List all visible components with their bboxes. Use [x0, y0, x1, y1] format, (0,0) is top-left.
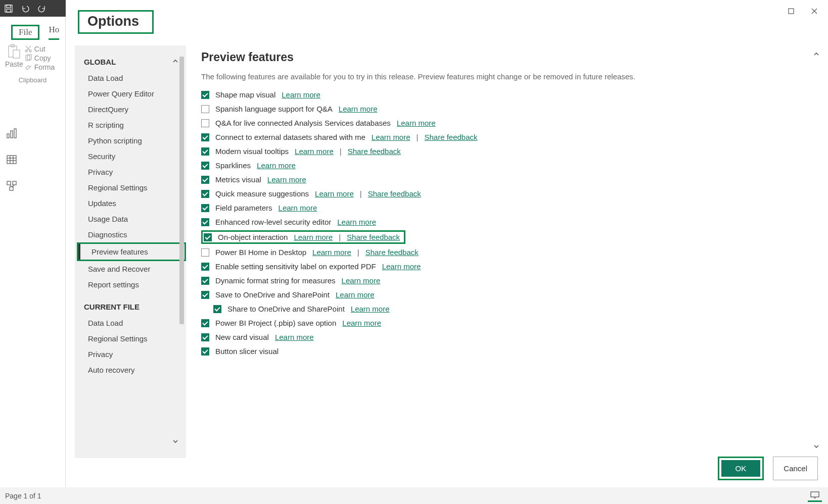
chevron-down-icon[interactable]	[172, 438, 182, 448]
learn-more-link[interactable]: Learn more	[372, 133, 410, 141]
feature-row-power-bi-project-pbip-save-option: Power BI Project (.pbip) save optionLear…	[201, 317, 816, 329]
sidebar-item-python-scripting[interactable]: Python scripting	[75, 133, 186, 148]
feature-checkbox[interactable]	[201, 190, 209, 198]
sidebar-item-data-load[interactable]: Data Load	[75, 315, 186, 331]
sidebar-item-directquery[interactable]: DirectQuery	[75, 102, 186, 117]
svg-line-12	[30, 66, 31, 67]
feature-checkbox[interactable]	[213, 305, 221, 313]
feature-checkbox[interactable]	[201, 291, 209, 299]
sidebar-item-diagnostics[interactable]: Diagnostics	[75, 227, 186, 242]
feature-checkbox[interactable]	[201, 277, 209, 285]
content-chevron-down-icon[interactable]	[813, 443, 822, 453]
share-feedback-link[interactable]: Share feedback	[365, 248, 419, 257]
feature-checkbox[interactable]	[201, 105, 209, 113]
desktop-layout-view-icon[interactable]	[808, 490, 822, 502]
sidebar-scrollbar-thumb[interactable]	[179, 57, 184, 324]
feature-row-shape-map-visual: Shape map visualLearn more	[201, 89, 816, 100]
format-label: Forma	[34, 63, 55, 71]
clipboard-group-label: Clipboard	[5, 76, 60, 84]
feature-checkbox[interactable]	[201, 162, 209, 170]
feature-checkbox[interactable]	[201, 133, 209, 141]
window-maximize-icon[interactable]	[779, 3, 803, 19]
feature-label: Share to OneDrive and SharePoint	[227, 305, 345, 313]
feature-label: Enable setting sensitivity label on expo…	[215, 262, 376, 271]
learn-more-link[interactable]: Learn more	[267, 175, 306, 184]
learn-more-link[interactable]: Learn more	[351, 305, 390, 313]
svg-rect-15	[14, 129, 16, 138]
learn-more-link[interactable]: Learn more	[257, 161, 296, 170]
learn-more-link[interactable]: Learn more	[315, 189, 354, 198]
sidebar-item-r-scripting[interactable]: R scripting	[75, 117, 186, 133]
sidebar-header-current: CURRENT FILE	[75, 299, 186, 315]
ribbon-tab-file[interactable]: File	[11, 25, 39, 40]
share-feedback-link[interactable]: Share feedback	[347, 233, 400, 241]
learn-more-link[interactable]: Learn more	[336, 290, 375, 299]
feature-checkbox[interactable]	[204, 233, 212, 241]
copy-button[interactable]: Copy	[24, 54, 55, 62]
feature-checkbox[interactable]	[201, 248, 209, 257]
sidebar-item-privacy[interactable]: Privacy	[75, 346, 186, 362]
redo-icon[interactable]	[33, 0, 50, 17]
feature-row-field-parameters: Field parametersLearn more	[201, 202, 816, 214]
feature-checkbox[interactable]	[201, 147, 209, 156]
sidebar-item-usage-data[interactable]: Usage Data	[75, 211, 186, 227]
share-feedback-link[interactable]: Share feedback	[368, 189, 421, 198]
feature-checkbox[interactable]	[201, 263, 209, 271]
model-view-icon[interactable]	[0, 173, 23, 199]
cancel-button[interactable]: Cancel	[773, 457, 818, 480]
report-view-icon[interactable]	[0, 120, 23, 146]
learn-more-link[interactable]: Learn more	[295, 147, 334, 156]
sidebar-item-preview-features[interactable]: Preview features	[78, 244, 185, 260]
sidebar-item-data-load[interactable]: Data Load	[75, 70, 186, 86]
separator: |	[360, 189, 362, 198]
page-indicator: Page 1 of 1	[5, 492, 41, 500]
learn-more-link[interactable]: Learn more	[337, 218, 376, 226]
sidebar-item-updates[interactable]: Updates	[75, 195, 186, 211]
feature-checkbox[interactable]	[201, 347, 209, 356]
sidebar-item-regional-settings[interactable]: Regional Settings	[75, 331, 186, 346]
undo-icon[interactable]	[17, 0, 33, 17]
cut-button[interactable]: Cut	[24, 45, 55, 53]
feature-checkbox[interactable]	[201, 204, 209, 212]
ok-button[interactable]: OK	[721, 460, 761, 477]
feature-label: Metrics visual	[215, 175, 261, 184]
feature-checkbox[interactable]	[201, 119, 209, 127]
share-feedback-link[interactable]: Share feedback	[348, 147, 401, 156]
window-close-icon[interactable]	[803, 3, 826, 19]
save-icon[interactable]	[0, 0, 17, 17]
content-chevron-up-icon[interactable]	[813, 51, 822, 61]
sidebar-item-privacy[interactable]: Privacy	[75, 164, 186, 180]
feature-checkbox[interactable]	[201, 218, 209, 226]
feature-label: Dynamic format string for measures	[215, 276, 336, 285]
learn-more-link[interactable]: Learn more	[279, 204, 317, 212]
svg-rect-26	[789, 9, 794, 14]
learn-more-link[interactable]: Learn more	[339, 105, 378, 113]
learn-more-link[interactable]: Learn more	[382, 262, 421, 271]
learn-more-link[interactable]: Learn more	[397, 119, 436, 127]
ribbon-clipboard-group: Paste Cut Copy Forma Clipboard	[0, 40, 65, 88]
learn-more-link[interactable]: Learn more	[282, 90, 320, 99]
svg-rect-14	[11, 131, 13, 138]
feature-checkbox[interactable]	[201, 91, 209, 99]
sidebar-item-report-settings[interactable]: Report settings	[75, 277, 186, 292]
learn-more-link[interactable]: Learn more	[294, 233, 333, 241]
learn-more-link[interactable]: Learn more	[342, 276, 381, 285]
feature-checkbox[interactable]	[201, 319, 209, 327]
sidebar-item-auto-recovery[interactable]: Auto recovery	[75, 362, 186, 378]
paste-button[interactable]: Paste	[5, 44, 23, 72]
sidebar-item-regional-settings[interactable]: Regional Settings	[75, 180, 186, 195]
format-painter-button[interactable]: Forma	[24, 63, 55, 71]
sidebar-item-power-query-editor[interactable]: Power Query Editor	[75, 86, 186, 102]
sidebar-item-security[interactable]: Security	[75, 148, 186, 164]
feature-checkbox[interactable]	[201, 333, 209, 341]
data-view-icon[interactable]	[0, 146, 23, 173]
learn-more-link[interactable]: Learn more	[342, 319, 381, 327]
ribbon-tab-home[interactable]: Ho	[49, 25, 59, 40]
svg-line-25	[12, 185, 14, 187]
separator: |	[417, 133, 419, 141]
learn-more-link[interactable]: Learn more	[275, 333, 314, 341]
feature-checkbox[interactable]	[201, 176, 209, 184]
sidebar-item-save-and-recover[interactable]: Save and Recover	[75, 261, 186, 277]
share-feedback-link[interactable]: Share feedback	[424, 133, 477, 141]
learn-more-link[interactable]: Learn more	[312, 248, 351, 257]
